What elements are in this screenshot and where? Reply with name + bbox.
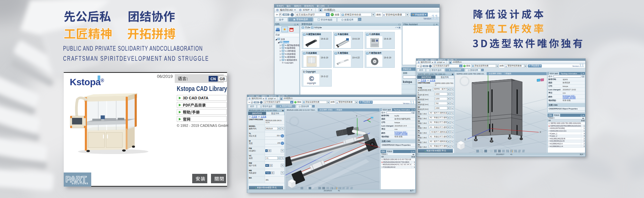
svg-text:Z: Z: [465, 138, 466, 141]
svg-text:X: X: [540, 131, 541, 133]
svg-text:Y: Y: [356, 115, 358, 117]
